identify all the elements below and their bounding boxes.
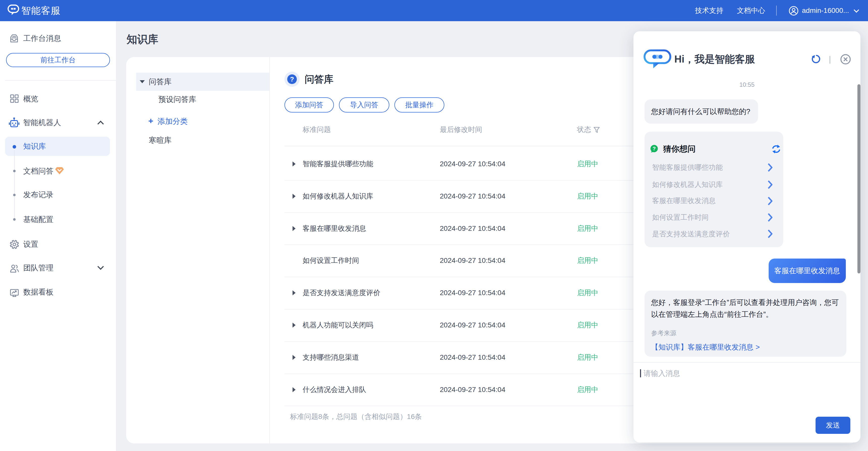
svg-text:?: ?	[653, 146, 656, 151]
